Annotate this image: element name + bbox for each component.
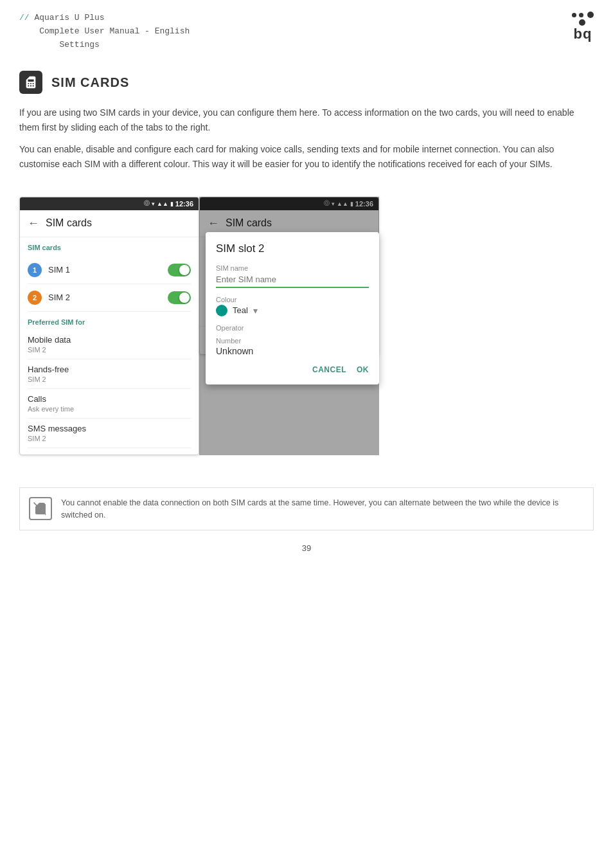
sms-sub: SIM 2 — [28, 435, 191, 442]
hands-free-row[interactable]: Hands-free SIM 2 — [28, 359, 191, 389]
colour-name: Teal — [233, 305, 248, 315]
dot2 — [579, 13, 583, 17]
sim2-row[interactable]: 2 SIM 2 — [28, 284, 191, 312]
dot1 — [572, 13, 576, 17]
bq-logo-dots — [572, 12, 594, 18]
paragraph1: If you are using two SIM cards in your d… — [19, 105, 594, 134]
bq-logo-text: bq — [574, 26, 592, 42]
left-time: 12:36 — [175, 200, 193, 208]
bq-logo: bq — [572, 12, 594, 42]
wifi-icon: ▾ — [152, 201, 155, 207]
signal-bars1: ▲▲ — [157, 201, 168, 207]
header-text: // Aquaris U Plus Complete User Manual -… — [19, 12, 190, 51]
left-nav-title: SIM cards — [46, 217, 92, 229]
sim1-toggle[interactable] — [168, 264, 191, 276]
comment-marker: // — [19, 13, 30, 23]
right-phone-screen: Ⓞ ▾ ▲▲ ▮ 12:36 ← SIM cards SIM cards SIM… — [199, 197, 379, 355]
hands-free-title: Hands-free — [28, 365, 191, 374]
sim1-label: SIM 1 — [48, 265, 168, 275]
page-number: 39 — [0, 537, 613, 566]
note-text: You cannot enable the data connection on… — [61, 497, 584, 521]
back-arrow-left[interactable]: ← — [28, 217, 39, 230]
battery-icon: ▮ — [170, 201, 173, 207]
bq-logo-dots2 — [579, 19, 587, 26]
colour-label: Colour — [216, 296, 369, 303]
left-sim-cards-label: SIM cards — [28, 244, 191, 251]
sms-row[interactable]: SMS messages SIM 2 — [28, 419, 191, 448]
note-box: You cannot enable the data connection on… — [19, 487, 594, 531]
sim-cards-icon-box — [19, 71, 42, 94]
header-line2: Complete User Manual - English — [39, 26, 190, 36]
calls-title: Calls — [28, 394, 191, 404]
header-line1: Aquaris U Plus — [34, 13, 104, 23]
note-icon — [29, 497, 52, 520]
calls-sub: Ask every time — [28, 405, 191, 413]
sim2-badge: 2 — [28, 291, 42, 305]
right-screen-wrapper: Ⓞ ▾ ▲▲ ▮ 12:36 ← SIM cards SIM cards SIM… — [199, 197, 379, 455]
left-status-bar: Ⓞ ▾ ▲▲ ▮ 12:36 — [20, 197, 199, 210]
number-label: Number — [216, 337, 369, 345]
signal-icon: Ⓞ — [144, 199, 150, 208]
calls-row[interactable]: Calls Ask every time — [28, 389, 191, 419]
mobile-data-row[interactable]: Mobile data SIM 2 — [28, 330, 191, 359]
page-header: // Aquaris U Plus Complete User Manual -… — [0, 0, 613, 58]
preferred-sim-label: Preferred SIM for — [28, 318, 191, 326]
hands-free-sub: SIM 2 — [28, 375, 191, 383]
no-sim-icon — [33, 501, 48, 516]
sim1-badge: 1 — [28, 263, 42, 277]
left-phone-screen: Ⓞ ▾ ▲▲ ▮ 12:36 ← SIM cards SIM cards 1 S… — [19, 197, 199, 455]
mobile-data-sub: SIM 2 — [28, 346, 191, 354]
number-value: Unknown — [216, 346, 369, 355]
sim2-toggle[interactable] — [168, 291, 191, 304]
left-nav-bar: ← SIM cards — [20, 210, 199, 237]
mobile-data-title: Mobile data — [28, 335, 191, 345]
screenshots-container: Ⓞ ▾ ▲▲ ▮ 12:36 ← SIM cards SIM cards 1 S… — [0, 184, 613, 468]
sim1-toggle-knob — [179, 265, 190, 275]
body-text: If you are using two SIM cards in your d… — [0, 100, 613, 184]
section-header: SIM CARDS — [0, 58, 613, 100]
header-line3: Settings — [59, 40, 99, 50]
sim-icon — [24, 75, 38, 89]
sim-name-label: SIM name — [216, 264, 369, 272]
sim-name-input[interactable] — [216, 273, 369, 288]
left-screen-content: SIM cards 1 SIM 1 2 SIM 2 Preferred SIM … — [20, 237, 199, 455]
left-status-icons: Ⓞ ▾ ▲▲ ▮ 12:36 — [144, 199, 193, 208]
sim-slot-dialog: SIM slot 2 SIM name Colour Teal ▾ Operat… — [206, 232, 379, 355]
section-title: SIM CARDS — [51, 75, 129, 90]
sim2-toggle-knob — [179, 293, 190, 303]
dot4 — [579, 19, 585, 26]
dialog-title: SIM slot 2 — [216, 242, 369, 255]
sms-title: SMS messages — [28, 424, 191, 433]
operator-label: Operator — [216, 324, 369, 332]
paragraph2: You can enable, disable and configure ea… — [19, 142, 594, 171]
colour-row[interactable]: Teal ▾ — [216, 305, 369, 316]
colour-dot — [216, 305, 227, 316]
sim1-row[interactable]: 1 SIM 1 — [28, 257, 191, 284]
sim2-label: SIM 2 — [48, 293, 168, 302]
colour-dropdown-arrow[interactable]: ▾ — [253, 305, 258, 316]
dot3 — [587, 12, 594, 18]
